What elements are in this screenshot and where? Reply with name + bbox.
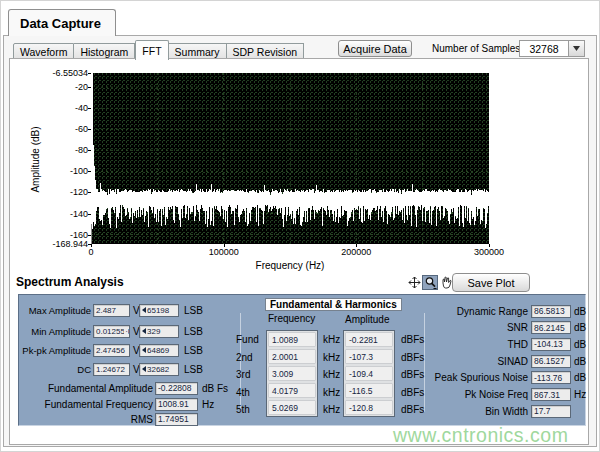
metric-row-label: Dynamic Range [430,306,531,317]
lsb-field[interactable]: 32682 [139,363,179,376]
fundamental-row-label: Fundamental Frequency [19,399,155,410]
x-tick-mark [91,244,92,247]
amplitude-row-label: Min Amplitude [19,326,93,337]
lsb-field[interactable]: 329 [139,325,179,338]
acquire-data-label: Acquire Data [343,43,407,55]
fundamental-row-label: RMS [19,414,155,425]
fundamental-field[interactable]: 1.74951 [155,413,198,426]
combo-dropdown-button[interactable] [568,41,584,56]
harmonic-amplitude-field[interactable]: -109.4 [346,367,392,380]
metric-field[interactable]: 867.31 [531,388,571,401]
tab-fft[interactable]: FFT [135,40,168,60]
harmonic-row-label: 4th [236,387,250,398]
metric-field[interactable]: 86.5813 [531,305,571,318]
field-value: -104.13 [534,339,563,349]
y-axis-title: Amplitude (dB) [30,115,41,205]
spectrum-analysis-panel: Max Amplitude2.487V65198LSBMin Amplitude… [18,294,586,426]
number-of-samples-label: Number of Samples [432,43,520,54]
khz-unit: kHz [323,404,340,415]
acquire-data-button[interactable]: Acquire Data [338,40,412,57]
fundamental-field[interactable]: 1008.91 [155,398,198,411]
harmonic-amplitude-field[interactable]: -116.5 [346,384,392,397]
y-tick-label: -100 [70,166,88,176]
fundamental-field[interactable]: -0.22808 [155,382,198,395]
fundamental-unit: Hz [198,399,214,410]
fundamental-row: Fundamental Frequency1008.91Hz [19,397,214,411]
metric-field[interactable]: -104.13 [531,338,571,351]
metric-row: Pk Noise Freq867.31Hz [430,388,586,402]
volts-unit: V [130,364,139,375]
harmonic-frequency-field[interactable]: 5.0269 [269,401,315,414]
harmonic-amplitude-field[interactable]: -0.2281 [346,333,392,346]
metric-field[interactable]: -113.76 [531,371,571,384]
volts-unit: V [130,345,139,356]
amplitude-row: Max Amplitude2.487V65198LSB [19,303,203,317]
volts-field[interactable]: 1.24672 [93,363,130,376]
zoom-icon[interactable] [422,275,438,290]
field-value: 17.7 [534,406,551,416]
amplitude-header: Amplitude [345,314,389,325]
harmonic-frequency-field[interactable]: 2.0001 [269,350,315,363]
fft-plot-canvas[interactable] [91,73,489,244]
khz-unit: kHz [323,369,340,380]
dbfs-unit: dBFs [401,352,424,363]
x-tick-label: 100000 [209,247,239,257]
save-plot-button[interactable]: Save Plot [452,273,530,292]
truncated-left-indicator [142,307,146,313]
x-tick-mark [489,244,490,247]
fundamental-row: RMS1.74951 [19,412,202,426]
volts-field[interactable]: 2.487 [93,304,130,317]
harmonic-frequency-field[interactable]: 4.0179 [269,384,315,397]
field-value: 86.2145 [534,323,565,333]
metric-field[interactable]: 86.1527 [531,355,571,368]
harmonic-frequency-field[interactable]: 3.009 [269,367,315,380]
metric-unit: dB [571,322,586,333]
harmonics-title: Fundamental & Harmonics [265,298,402,311]
field-value: -0.22808 [158,383,192,393]
metric-row: SNR86.2145dB [430,321,586,335]
y-tick-label: -6.55034 [52,68,88,78]
y-tick-label: -20 [75,82,88,92]
tab-data-capture[interactable]: Data Capture [8,9,116,36]
fft-tab-content: Amplitude (dB) Frequency (Hz) -6.55034-2… [9,58,589,445]
field-value: 86.5813 [534,306,565,316]
lsb-unit: LSB [179,305,203,316]
number-of-samples-combo[interactable]: 32768 [519,40,585,57]
metric-field[interactable]: 86.2145 [531,321,571,334]
dbfs-unit: dBFs [401,334,424,345]
harmonic-amplitude-field[interactable]: -107.3 [346,350,392,363]
volts-unit: V [130,305,139,316]
y-tick-label: -120 [70,187,88,197]
field-value: 1.74951 [158,414,189,424]
field-value: 32682 [147,365,169,374]
y-tick-label: -80 [75,145,88,155]
x-tick-label: 200000 [341,247,371,257]
volts-field[interactable]: 0.012550· [93,325,130,338]
lsb-unit: LSB [179,345,203,356]
cursor-move-icon[interactable] [406,275,422,290]
harmonic-frequency-field[interactable]: 1.0089 [269,333,315,346]
inner-tabstrip: WaveformHistogramFFTSummarySDP Revision [13,40,304,60]
harmonic-row-label: Fund [236,334,259,345]
metric-field[interactable]: 17.7 [531,405,571,418]
lsb-field[interactable]: 65198 [139,304,179,317]
harmonic-amplitude-field[interactable]: -120.8 [346,401,392,414]
fft-plot[interactable]: Amplitude (dB) Frequency (Hz) -6.55034-2… [10,59,590,274]
field-value: 2.487 [96,306,116,315]
amplitude-row: DC1.24672V32682LSB [19,362,203,376]
volts-field[interactable]: 2.47456 [93,344,130,357]
watermark: www.cntronics.com [393,424,568,447]
y-tick-label: -140 [70,209,88,219]
tab-data-capture-label: Data Capture [20,16,101,31]
metric-row: SINAD86.1527dB [430,354,586,368]
khz-unit: kHz [323,352,340,363]
tab-label: SDP Revision [233,46,298,58]
harmonic-row-label: 2nd [236,352,253,363]
metric-row: Dynamic Range86.5813dB [430,304,586,318]
plot-toolbar [406,275,454,290]
metric-row: Peak Spurious Noise-113.76dB [430,371,586,385]
field-value: 64869 [147,346,169,355]
lsb-field[interactable]: 64869 [139,344,179,357]
amplitude-column: -0.2281-107.3-109.4-116.5-120.8 [343,330,395,417]
field-value: 1.24672 [96,365,125,374]
